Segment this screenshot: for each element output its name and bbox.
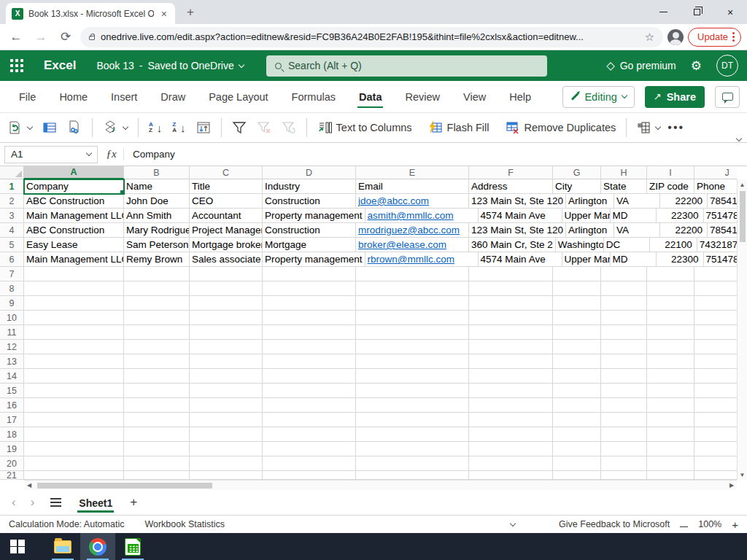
menu-tab-page-layout[interactable]: Page Layout	[200, 83, 276, 111]
status-chevron-icon[interactable]	[510, 520, 516, 526]
cell-B16[interactable]	[124, 398, 190, 413]
menu-tab-file[interactable]: File	[10, 83, 44, 111]
cell-C16[interactable]	[190, 398, 263, 413]
cell-J6[interactable]: 75147823	[704, 252, 737, 267]
cell-I20[interactable]	[647, 456, 694, 471]
row-header-17[interactable]: 17	[0, 413, 24, 427]
cell-B9[interactable]	[124, 296, 190, 311]
custom-sort-button[interactable]	[196, 120, 211, 135]
cell-C19[interactable]	[190, 442, 263, 456]
calculate-workbook-button[interactable]	[103, 120, 128, 135]
row-header-4[interactable]: 4	[0, 223, 24, 238]
cell-B6[interactable]: Remy Brown	[124, 252, 190, 267]
cell-H7[interactable]	[601, 267, 647, 281]
cell-G3[interactable]: Upper Marlboro	[562, 209, 611, 223]
start-button[interactable]	[0, 533, 35, 560]
cell-A9[interactable]	[24, 296, 124, 311]
horizontal-scrollbar[interactable]: ◀ ▶	[24, 480, 737, 490]
row-header-15[interactable]: 15	[0, 384, 24, 398]
cell-E14[interactable]	[356, 369, 469, 384]
cell-F15[interactable]	[469, 384, 553, 398]
name-box[interactable]: A1	[4, 146, 98, 163]
cell-C21[interactable]	[190, 471, 263, 480]
cell-D1[interactable]: Industry	[263, 179, 356, 194]
cell-I7[interactable]	[647, 267, 694, 281]
cell-E19[interactable]	[356, 442, 469, 456]
comments-button[interactable]	[715, 86, 740, 108]
cell-B12[interactable]	[124, 340, 190, 354]
cell-H12[interactable]	[601, 340, 647, 354]
cell-B4[interactable]: Mary Rodriguez	[124, 223, 190, 238]
row-header-11[interactable]: 11	[0, 325, 24, 340]
cell-J2[interactable]: 78541257	[708, 194, 737, 209]
minimize-button[interactable]	[646, 0, 680, 24]
cell-B10[interactable]	[124, 311, 190, 325]
cell-G20[interactable]	[553, 456, 601, 471]
chrome-update-button[interactable]: Update	[688, 28, 741, 47]
address-bar[interactable]: onedrive.live.com/edit.aspx?action=editn…	[80, 27, 663, 47]
calculation-mode-status[interactable]: Calculation Mode: Automatic	[9, 519, 124, 529]
cell-C14[interactable]	[190, 369, 263, 384]
restore-button[interactable]	[680, 0, 713, 24]
cell-B5[interactable]: Sam Peterson	[124, 238, 190, 252]
cell-J11[interactable]	[694, 325, 737, 340]
cell-F4[interactable]: 123 Main St, Ste 120	[469, 223, 566, 238]
cell-B11[interactable]	[124, 325, 190, 340]
flash-fill-button[interactable]: Flash Fill	[428, 120, 489, 135]
cell-G19[interactable]	[553, 442, 601, 456]
cell-I14[interactable]	[647, 369, 694, 384]
cell-H19[interactable]	[601, 442, 647, 456]
row-header-7[interactable]: 7	[0, 267, 24, 281]
cell-H20[interactable]	[601, 456, 647, 471]
cell-A5[interactable]: Easy Lease	[24, 238, 124, 252]
cell-E7[interactable]	[356, 267, 469, 281]
cell-I17[interactable]	[647, 413, 694, 427]
cell-I15[interactable]	[647, 384, 694, 398]
row-header-14[interactable]: 14	[0, 369, 24, 384]
cell-H1[interactable]: State	[601, 179, 647, 194]
cell-F17[interactable]	[469, 413, 553, 427]
prev-sheet-icon[interactable]: ‹	[6, 495, 22, 510]
cell-I4[interactable]: 22200	[660, 223, 708, 238]
row-header-16[interactable]: 16	[0, 398, 24, 413]
cell-J21[interactable]	[694, 471, 737, 480]
cell-C1[interactable]: Title	[190, 179, 263, 194]
cell-C9[interactable]	[190, 296, 263, 311]
cell-C7[interactable]	[190, 267, 263, 281]
cell-C4[interactable]: Project Manager	[190, 223, 263, 238]
row-header-19[interactable]: 19	[0, 442, 24, 456]
row-header-2[interactable]: 2	[0, 194, 24, 209]
cell-E4[interactable]: mrodriguez@abcc.com	[356, 223, 469, 238]
cell-G17[interactable]	[553, 413, 601, 427]
cell-A2[interactable]: ABC Construction	[24, 194, 124, 209]
cell-F20[interactable]	[469, 456, 553, 471]
cell-D10[interactable]	[263, 311, 356, 325]
row-header-18[interactable]: 18	[0, 427, 24, 442]
cell-E13[interactable]	[356, 354, 469, 369]
cell-D6[interactable]: Property management	[263, 252, 365, 267]
cell-D4[interactable]: Construction	[263, 223, 356, 238]
row-header-5[interactable]: 5	[0, 238, 24, 252]
table-properties-button[interactable]	[42, 120, 57, 135]
column-header-E[interactable]: E	[356, 166, 469, 179]
row-header-1[interactable]: 1	[0, 179, 24, 194]
cell-J19[interactable]	[694, 442, 737, 456]
cell-G18[interactable]	[553, 427, 601, 442]
cell-I16[interactable]	[647, 398, 694, 413]
cell-A3[interactable]: Main Management LLC	[24, 209, 124, 223]
back-button[interactable]: ←	[6, 27, 26, 47]
scroll-left-icon[interactable]: ◀	[24, 482, 34, 489]
column-header-H[interactable]: H	[601, 166, 647, 179]
cell-J7[interactable]	[694, 267, 737, 281]
next-sheet-icon[interactable]: ›	[25, 495, 41, 510]
cell-G13[interactable]	[553, 354, 601, 369]
cell-D18[interactable]	[263, 427, 356, 442]
menu-tab-view[interactable]: View	[454, 83, 495, 111]
cell-B18[interactable]	[124, 427, 190, 442]
cell-F18[interactable]	[469, 427, 553, 442]
close-button[interactable]: ×	[713, 0, 747, 24]
cell-J14[interactable]	[694, 369, 737, 384]
cell-I6[interactable]: 22300	[657, 252, 704, 267]
cell-G9[interactable]	[553, 296, 601, 311]
go-premium-button[interactable]: ◇ Go premium	[606, 59, 676, 72]
